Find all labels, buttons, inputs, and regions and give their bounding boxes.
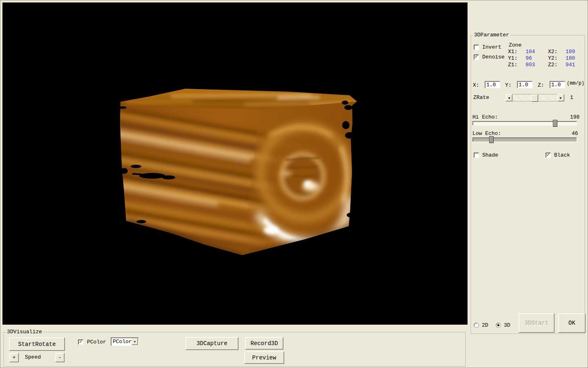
- zone-z2-value: 941: [566, 62, 575, 68]
- record3d-button[interactable]: Record3D: [245, 337, 283, 350]
- speed-label: Speed: [25, 354, 41, 361]
- zrate-scrollbar-thumb[interactable]: [531, 94, 538, 102]
- zone-label: Zone: [509, 42, 521, 49]
- zrate-value: 1: [570, 94, 573, 101]
- hi-echo-slider-track[interactable]: [472, 121, 577, 126]
- speed-minus-button[interactable]: -: [55, 353, 65, 362]
- denoise-checkbox[interactable]: ✓: [474, 54, 479, 60]
- scale-z-field[interactable]: [550, 81, 565, 88]
- zone-z1-label: Z1:: [508, 62, 517, 68]
- low-echo-label: Low Echo:: [472, 130, 501, 137]
- low-echo-slider-thumb[interactable]: [489, 136, 494, 143]
- speed-plus-button[interactable]: +: [9, 353, 19, 362]
- pcolor-combobox-dropdown-button[interactable]: ▼: [131, 338, 138, 345]
- scale-x-field[interactable]: [485, 81, 500, 88]
- parameter-group-title: 3DParameter: [473, 32, 510, 38]
- low-echo-slider-track[interactable]: [472, 137, 577, 142]
- check-icon: ✓: [79, 340, 82, 344]
- preview-button[interactable]: Preview: [244, 351, 284, 364]
- black-label: Black: [554, 152, 570, 159]
- invert-checkbox[interactable]: ✓: [474, 45, 479, 50]
- invert-label: Invert: [482, 44, 501, 51]
- mode-2d-radio[interactable]: [474, 323, 479, 328]
- hi-echo-label: Hi Echo:: [472, 114, 498, 121]
- scale-y-field[interactable]: [517, 81, 532, 88]
- shade-checkbox[interactable]: ✓: [474, 153, 479, 158]
- black-checkbox[interactable]: ✓: [546, 153, 551, 158]
- pcolor-combobox[interactable]: PColor ▼: [111, 337, 139, 346]
- zone-y2-value: 180: [566, 55, 575, 62]
- 3dstart-button[interactable]: 3DStart: [519, 313, 555, 333]
- zone-z1-value: 803: [526, 62, 535, 68]
- visualize-groupbox: 3DVisualize StartRotate + Speed - ✓ PCol…: [4, 332, 466, 367]
- left-arrow-icon: ◄: [508, 96, 510, 100]
- zone-x2-label: X2:: [548, 49, 557, 55]
- zrate-scroll-left-button[interactable]: ◄: [506, 94, 512, 101]
- dropdown-arrow-icon: ▼: [134, 340, 136, 343]
- 3dcapture-button[interactable]: 3DCapture: [185, 337, 238, 350]
- radio-dot: [497, 324, 499, 326]
- pcolor-checkbox-label: PColor: [87, 339, 106, 346]
- mode-3d-radio[interactable]: [496, 323, 501, 328]
- zone-x2-value: 189: [566, 49, 575, 55]
- right-arrow-icon: ►: [560, 96, 562, 100]
- zrate-scrollbar-track[interactable]: [512, 94, 557, 101]
- hi-echo-slider-thumb[interactable]: [553, 120, 557, 127]
- volume-render: [2, 2, 468, 325]
- app-window: { "colors": { "panel_bg": "#ece9d8", "vi…: [0, 0, 588, 368]
- parameter-groupbox: 3DParameter ✓ Invert ✓ Denoise Zone X1: …: [471, 35, 585, 334]
- mode-2d-label: 2D: [482, 322, 488, 329]
- check-icon: ✓: [475, 55, 478, 59]
- zone-z2-label: Z2:: [548, 62, 557, 68]
- scale-unit-label: (mm/p): [567, 80, 584, 87]
- zone-x1-label: X1:: [508, 49, 517, 55]
- zone-y1-label: Y1:: [508, 55, 517, 62]
- pcolor-checkbox[interactable]: ✓: [78, 339, 83, 345]
- pcolor-combobox-value: PColor: [113, 339, 132, 345]
- zone-y1-value: 96: [526, 55, 532, 62]
- shade-label: Shade: [482, 152, 498, 159]
- scale-z-label: Z:: [538, 82, 544, 89]
- start-rotate-button[interactable]: StartRotate: [9, 337, 65, 351]
- hi-echo-value: 198: [570, 114, 579, 121]
- check-icon: ✓: [547, 153, 550, 157]
- low-echo-value: 46: [572, 130, 578, 137]
- zone-y2-label: Y2:: [548, 55, 557, 62]
- scale-y-label: Y:: [505, 82, 512, 89]
- visualize-group-title: 3DVisualize: [6, 329, 43, 335]
- render-viewport[interactable]: [2, 2, 468, 325]
- zrate-scroll-right-button[interactable]: ►: [557, 94, 564, 101]
- mode-3d-label: 3D: [504, 322, 510, 329]
- ok-button[interactable]: OK: [558, 313, 586, 333]
- denoise-label: Denoise: [482, 54, 505, 61]
- scale-x-label: X:: [473, 82, 479, 89]
- zone-x1-value: 104: [526, 49, 535, 55]
- zrate-label: ZRate: [473, 94, 489, 101]
